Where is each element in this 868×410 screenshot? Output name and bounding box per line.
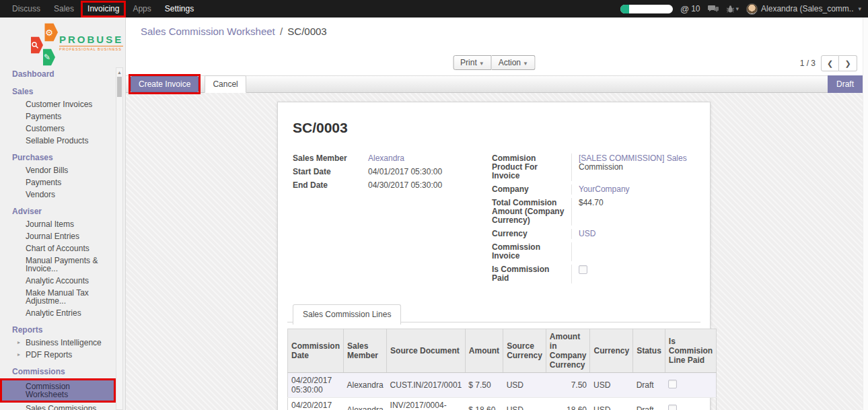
field-value-commission-invoice[interactable] (571, 242, 703, 261)
sidebar-header-purchases[interactable]: Purchases (0, 151, 114, 164)
annotation-highlight-create-invoice: Create Invoice (129, 74, 201, 94)
col-source-document[interactable]: Source Document (387, 329, 466, 373)
breadcrumb-parent-link[interactable]: Sales Commission Worksheet (141, 26, 275, 37)
col-amount[interactable]: Amount (465, 329, 503, 373)
sidebar-item-label: Business Intelligence (26, 338, 102, 347)
sidebar-item-analytic-entries[interactable]: Analytic Entries (0, 307, 114, 319)
sidebar-item-business-intelligence[interactable]: ▸Business Intelligence (0, 337, 114, 349)
field-label-is-commission-paid: Is Commission Paid (492, 265, 571, 283)
status-badge-draft[interactable]: Draft (828, 75, 863, 93)
activity-counter[interactable]: @ 10 (680, 4, 700, 14)
scrollbar-up-arrow-icon[interactable]: ▲ (116, 68, 122, 76)
sidebar-item-pdf-reports[interactable]: ▸PDF Reports (0, 349, 114, 361)
field-value-total-commission: $44.70 (571, 198, 703, 226)
field-value-commission-product[interactable]: [SALES COMMISSION] Sales Commission (571, 153, 703, 181)
sidebar-item-chart-of-accounts[interactable]: Chart of Accounts (0, 242, 114, 254)
field-label-commission-product: Commision Product For Invoice (492, 153, 571, 181)
cell-status: Draft (633, 373, 665, 398)
cell-member: Alexandra (344, 373, 387, 398)
form-view-background: SC/0003 Sales Member Alexandra Start Dat… (126, 93, 863, 410)
col-amount-company-currency[interactable]: Amount in Company Currency (546, 329, 590, 373)
topbar-menu-discuss[interactable]: Discuss (5, 0, 47, 18)
pager-next-button[interactable]: ❯ (839, 55, 857, 71)
col-is-commission-line-paid[interactable]: Is Commision Line Paid (665, 329, 716, 373)
form-group-right: Commision Product For Invoice [SALES COM… (492, 153, 703, 283)
topbar-menu-settings[interactable]: Settings (158, 0, 201, 18)
action-button[interactable]: Action▼ (492, 55, 536, 70)
sidebar-header-dashboard[interactable]: Dashboard (0, 67, 114, 81)
cell-src-currency: USD (503, 398, 546, 410)
sidebar-item-sellable-products[interactable]: Sellable Products (0, 135, 114, 147)
line-paid-checkbox[interactable] (668, 405, 677, 410)
cancel-button[interactable]: Cancel (205, 75, 246, 93)
pager-previous-button[interactable]: ❮ (821, 55, 839, 71)
col-commission-date[interactable]: Commission Date (288, 329, 344, 373)
topbar-menu-invoicing[interactable]: Invoicing (81, 1, 126, 18)
notebook-tabs: Sales Commission Lines (287, 304, 700, 322)
scrollbar-thumb[interactable] (117, 77, 122, 97)
create-invoice-button[interactable]: Create Invoice (131, 76, 198, 92)
is-commission-paid-checkbox[interactable] (579, 265, 587, 274)
page-scrollbar-track[interactable] (863, 18, 868, 410)
sidebar-item-manual-tax-adjustments[interactable]: Make Manual Tax Adjustme... (0, 287, 114, 307)
breadcrumb: Sales Commission Worksheet / SC/0003 (126, 18, 863, 37)
cell-doc: INV/2017/0004-SO008 (387, 398, 466, 410)
cell-amount-company: 18.60 (546, 398, 590, 410)
sidebar-item-journal-entries[interactable]: Journal Entries (0, 230, 114, 242)
sidebar-item-analytic-accounts[interactable]: Analytic Accounts (0, 275, 114, 287)
col-currency[interactable]: Currency (590, 329, 633, 373)
timer-extension-widget[interactable] (620, 5, 673, 13)
cell-doc: CUST.IN/2017/0001 (387, 373, 466, 398)
cell-status: Draft (633, 398, 665, 410)
sidebar-item-commission-worksheets[interactable]: Commission Worksheets (0, 378, 116, 403)
sidebar-item-customer-invoices[interactable]: Customer Invoices (0, 98, 114, 110)
user-menu[interactable]: Alexandra (Sales_comm.. ▾ (746, 3, 861, 15)
sidebar-item-vendor-bills[interactable]: Vendor Bills (0, 164, 114, 176)
field-value-start-date[interactable]: 04/01/2017 05:30:00 (361, 167, 480, 177)
cell-date: 04/20/2017 05:30:00 (288, 398, 344, 410)
sidebar-item-sales-commissions-lines[interactable]: Sales Commissions Lines (0, 403, 114, 410)
expand-arrow-icon: ▸ (17, 351, 20, 359)
sidebar-item-manual-payments[interactable]: Manual Payments & Invoice... (0, 254, 114, 275)
field-value-end-date[interactable]: 04/30/2017 05:30:00 (361, 180, 480, 191)
field-value-company[interactable]: YourCompany (579, 184, 630, 194)
field-label-company: Company (492, 184, 571, 195)
cell-date: 04/20/2017 05:30:00 (288, 373, 344, 398)
messages-icon[interactable] (708, 5, 719, 13)
sidebar-header-adviser[interactable]: Adviser (0, 205, 114, 218)
sidebar-nav: Dashboard Sales Customer Invoices Paymen… (0, 67, 125, 410)
sidebar-header-sales[interactable]: Sales (0, 85, 114, 98)
tab-sales-commission-lines[interactable]: Sales Commission Lines (293, 304, 401, 324)
sidebar-header-commissions[interactable]: Commissions (0, 365, 114, 378)
topbar-menu-apps[interactable]: Apps (126, 0, 157, 18)
col-status[interactable]: Status (633, 329, 665, 373)
field-value-sales-member[interactable]: Alexandra (368, 153, 404, 163)
chevron-down-icon: ▼ (479, 61, 484, 67)
field-value-currency[interactable]: USD (579, 229, 595, 238)
breadcrumb-current: SC/0003 (287, 26, 326, 37)
col-source-currency[interactable]: Source Currency (503, 329, 546, 373)
user-avatar (746, 3, 758, 15)
debug-icon[interactable]: ▾ (726, 5, 739, 13)
topbar-menu-sales[interactable]: Sales (47, 0, 81, 18)
table-row[interactable]: 04/20/2017 05:30:00 Alexandra INV/2017/0… (288, 398, 717, 410)
print-button[interactable]: Print▼ (453, 55, 492, 70)
line-paid-checkbox[interactable] (668, 380, 677, 388)
sidebar-item-customers[interactable]: Customers (0, 123, 114, 135)
sidebar-item-payments-purchases[interactable]: Payments (0, 176, 114, 189)
sidebar-header-reports[interactable]: Reports (0, 323, 114, 337)
cell-paid (665, 398, 716, 410)
commission-product-link[interactable]: [SALES COMMISSION] Sales (579, 153, 687, 163)
sidebar-item-vendors[interactable]: Vendors (0, 189, 114, 201)
main-panel: Sales Commission Worksheet / SC/0003 Pri… (126, 18, 863, 410)
cell-amount: $ 7.50 (465, 373, 503, 398)
cell-currency: USD (590, 398, 633, 410)
sidebar-scrollbar[interactable]: ▲ (116, 67, 123, 410)
sidebar-item-journal-items[interactable]: Journal Items (0, 218, 114, 230)
cell-member: Alexandra (344, 398, 387, 410)
field-label-currency: Currency (492, 229, 571, 239)
form-sheet: SC/0003 Sales Member Alexandra Start Dat… (277, 102, 711, 410)
sidebar-item-payments-sales[interactable]: Payments (0, 110, 114, 123)
col-sales-member[interactable]: Sales Member (344, 329, 387, 373)
table-row[interactable]: 04/20/2017 05:30:00 Alexandra CUST.IN/20… (288, 373, 717, 398)
